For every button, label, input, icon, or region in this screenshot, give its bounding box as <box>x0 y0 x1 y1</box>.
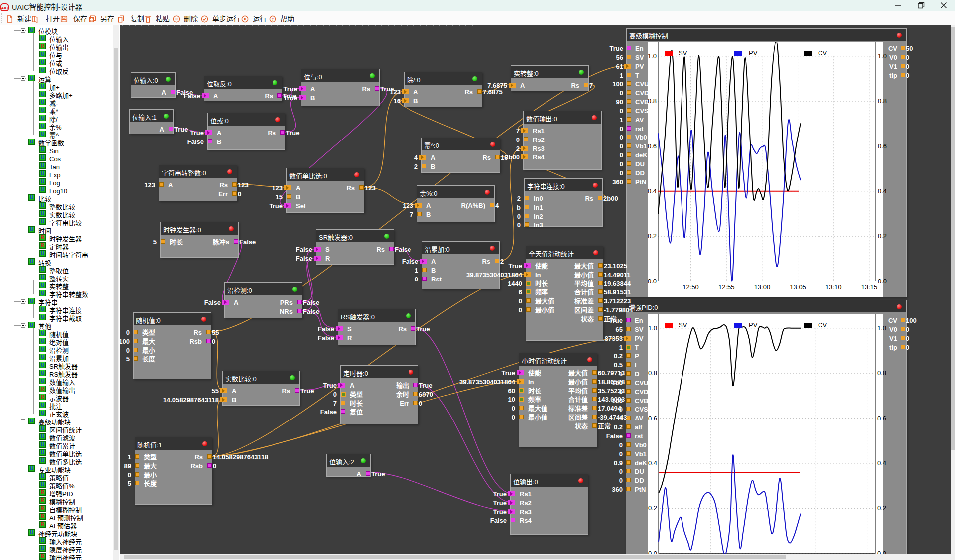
svg-text:0.2: 0.2 <box>878 232 887 240</box>
svg-text:1.0: 1.0 <box>877 324 886 332</box>
svg-text:12:55: 12:55 <box>718 283 735 291</box>
svg-text:AIC: AIC <box>1 6 8 10</box>
svg-text:0.4: 0.4 <box>878 187 887 195</box>
svg-text:13:05: 13:05 <box>790 283 806 291</box>
svg-text:0.4: 0.4 <box>648 187 657 195</box>
svg-text:0.0: 0.0 <box>878 278 887 285</box>
svg-text:SV: SV <box>679 321 687 329</box>
svg-text:?: ? <box>272 17 274 22</box>
svg-text:0.8: 0.8 <box>648 369 657 377</box>
svg-text:0.6: 0.6 <box>878 142 887 150</box>
svg-text:13:15: 13:15 <box>861 283 878 291</box>
svg-text:0.8: 0.8 <box>648 97 657 105</box>
svg-text:1.0: 1.0 <box>648 52 657 60</box>
svg-text:12:50: 12:50 <box>682 283 699 291</box>
svg-text:SV: SV <box>679 49 687 57</box>
svg-text:PV: PV <box>749 49 758 57</box>
svg-text:0.8: 0.8 <box>877 369 886 377</box>
svg-text:0.0: 0.0 <box>648 550 657 554</box>
svg-text:1.0: 1.0 <box>878 52 887 60</box>
svg-text:0.4: 0.4 <box>648 459 657 467</box>
svg-text:CV: CV <box>818 49 827 57</box>
svg-text:0.6: 0.6 <box>648 142 657 150</box>
svg-text:0.0: 0.0 <box>877 550 886 554</box>
svg-text:0.2: 0.2 <box>648 232 657 240</box>
svg-text:0.8: 0.8 <box>878 97 887 105</box>
svg-text:13:10: 13:10 <box>825 283 842 291</box>
svg-text:0.2: 0.2 <box>877 504 886 512</box>
svg-text:0.6: 0.6 <box>648 415 657 422</box>
svg-text:PV: PV <box>749 321 758 329</box>
svg-text:13:00: 13:00 <box>754 283 771 291</box>
svg-text:0.2: 0.2 <box>648 504 657 512</box>
svg-text:0.4: 0.4 <box>877 459 886 467</box>
svg-text:CV: CV <box>818 321 827 329</box>
svg-text:1.0: 1.0 <box>648 324 657 332</box>
svg-text:0.0: 0.0 <box>648 278 657 285</box>
svg-text:0.6: 0.6 <box>877 415 886 422</box>
